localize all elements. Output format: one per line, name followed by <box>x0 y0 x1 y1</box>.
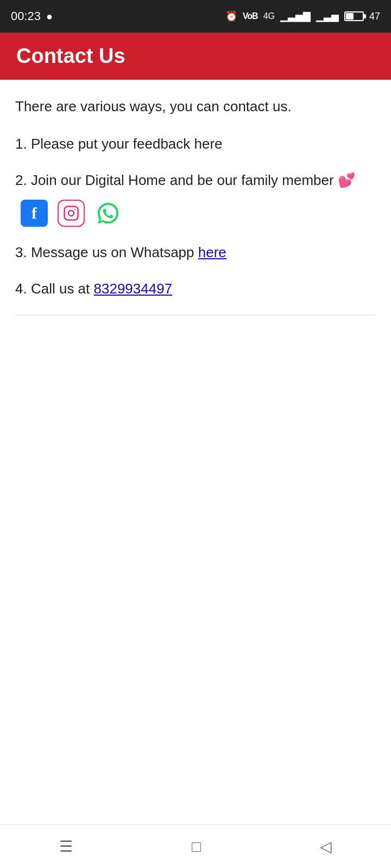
page-title: Contact Us <box>16 44 125 67</box>
alarm-icon: ⏰ <box>225 10 237 22</box>
content-divider <box>15 315 376 315</box>
contact-item-4: 4. Call us at 8329934497 <box>15 278 376 299</box>
whatsapp-here-link[interactable]: here <box>198 244 226 260</box>
svg-rect-0 <box>65 207 78 220</box>
contact-item-1-text: 1. Please put your feedback here <box>15 136 223 152</box>
menu-button[interactable]: ☰ <box>59 838 73 856</box>
social-icons-row: f <box>15 200 376 227</box>
intro-text: There are various ways, you can contact … <box>15 96 376 117</box>
battery-icon <box>344 11 364 21</box>
contact-item-3: 3. Message us on Whatsapp here <box>15 242 376 263</box>
contact-item-4-text: 4. Call us at 8329934497 <box>15 280 172 297</box>
chrome-icon: ● <box>46 10 53 23</box>
contact-item-2: 2. Join our Digital Home and be our fami… <box>15 170 376 227</box>
contact-item-1: 1. Please put your feedback here <box>15 133 376 155</box>
signal-4g-icon: 4G <box>263 11 275 21</box>
phone-number-link[interactable]: 8329934497 <box>94 280 173 297</box>
battery-percent: 47 <box>369 11 380 22</box>
time-display: 00:23 <box>11 9 41 23</box>
back-button[interactable]: ◁ <box>320 838 332 856</box>
battery-fill <box>346 13 354 20</box>
status-bar-left: 00:23 ● <box>11 9 53 23</box>
svg-point-2 <box>74 209 75 210</box>
signal-bars-icon: ▁▃▅▇ <box>280 10 311 22</box>
instagram-icon[interactable] <box>58 200 85 227</box>
page-header: Contact Us <box>0 33 391 80</box>
whatsapp-icon[interactable] <box>94 200 122 227</box>
bottom-nav-bar: ☰ □ ◁ <box>0 825 391 868</box>
signal-bars2-icon: ▁▃▅ <box>316 10 339 22</box>
status-bar: 00:23 ● ⏰ VoB 4G ▁▃▅▇ ▁▃▅ 47 <box>0 0 391 33</box>
svg-point-1 <box>68 210 74 216</box>
facebook-icon[interactable]: f <box>21 200 48 227</box>
content-area: There are various ways, you can contact … <box>0 80 391 825</box>
home-button[interactable]: □ <box>192 838 201 856</box>
status-bar-right: ⏰ VoB 4G ▁▃▅▇ ▁▃▅ 47 <box>225 10 380 22</box>
voip-icon: VoB <box>243 11 258 21</box>
contact-item-3-text: 3. Message us on Whatsapp here <box>15 244 226 260</box>
contact-item-2-text: 2. Join our Digital Home and be our fami… <box>15 172 355 188</box>
